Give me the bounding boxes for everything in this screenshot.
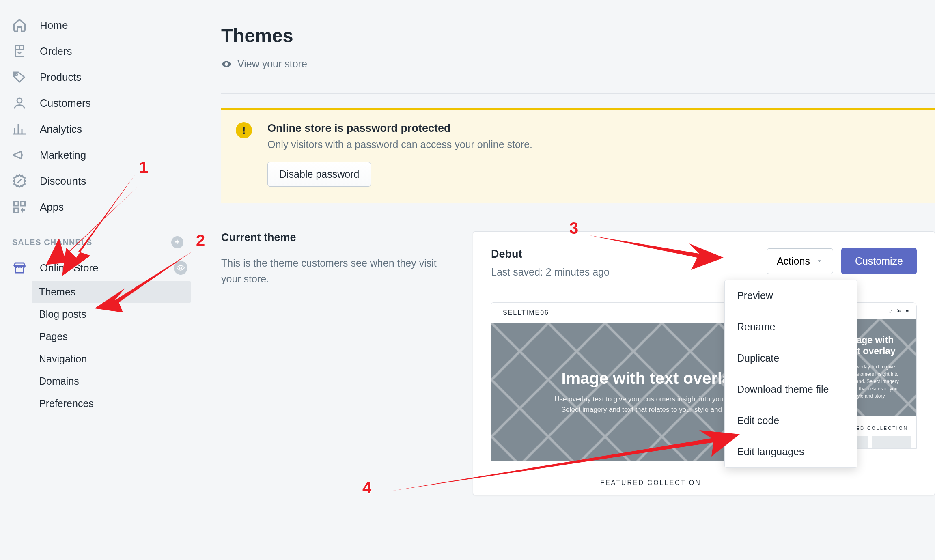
dropdown-preview[interactable]: Preview	[725, 280, 857, 311]
svg-point-1	[17, 98, 22, 103]
mobile-header-icons: ⌕ 🛍 ≡	[889, 308, 910, 314]
nav-orders[interactable]: Orders	[0, 38, 196, 64]
dropdown-rename[interactable]: Rename	[725, 311, 857, 342]
divider	[221, 93, 935, 94]
dropdown-edit-languages[interactable]: Edit languages	[725, 436, 857, 467]
store-icon	[12, 261, 27, 275]
analytics-icon	[12, 122, 27, 136]
nav-online-store[interactable]: Online Store	[0, 255, 196, 281]
password-alert: ! Online store is password protected Onl…	[221, 108, 935, 203]
preview-store-name: SELLTIME06	[503, 309, 549, 317]
theme-name: Debut	[491, 248, 610, 261]
add-channel-button[interactable]: +	[171, 236, 183, 248]
view-your-store-link[interactable]: View your store	[221, 58, 935, 70]
svg-rect-3	[21, 202, 25, 206]
dropdown-duplicate[interactable]: Duplicate	[725, 342, 857, 374]
sales-channels-header: SALES CHANNELS +	[0, 220, 196, 255]
page-title: Themes	[221, 24, 935, 47]
actions-dropdown: Preview Rename Duplicate Download theme …	[724, 280, 857, 468]
online-store-subnav: Themes Blog posts Pages Navigation Domai…	[0, 281, 196, 415]
home-icon	[12, 18, 27, 32]
nav-products[interactable]: Products	[0, 64, 196, 90]
preview-hero-sub1: Use overlay text to give your customers …	[554, 394, 747, 405]
svg-point-0	[15, 74, 17, 76]
subnav-domains[interactable]: Domains	[27, 370, 196, 392]
svg-rect-4	[14, 208, 19, 213]
preview-hero-title: Image with text overlay	[561, 369, 740, 388]
current-theme-desc: This is the theme customers see when the…	[221, 255, 440, 287]
theme-last-saved: Last saved: 2 minutes ago	[491, 266, 610, 278]
theme-card: Debut Last saved: 2 minutes ago Actions …	[473, 231, 935, 495]
caret-down-icon	[816, 255, 823, 267]
megaphone-icon	[12, 148, 27, 162]
svg-rect-2	[14, 202, 19, 206]
customize-button[interactable]: Customize	[841, 248, 917, 274]
alert-title: Online store is password protected	[267, 122, 532, 135]
tag-icon	[12, 70, 27, 84]
nav-customers[interactable]: Customers	[0, 90, 196, 116]
nav-home[interactable]: Home	[0, 12, 196, 38]
subnav-themes[interactable]: Themes	[32, 281, 191, 303]
nav-analytics[interactable]: Analytics	[0, 116, 196, 142]
main-content: Themes View your store ! Online store is…	[196, 0, 935, 560]
subnav-preferences[interactable]: Preferences	[27, 392, 196, 415]
view-store-icon[interactable]	[174, 261, 187, 275]
annotation-2: 2	[196, 231, 205, 250]
alert-text: Only visitors with a password can access…	[267, 139, 532, 151]
nav-label: Customers	[40, 97, 91, 110]
nav-label: Apps	[40, 201, 64, 213]
disable-password-button[interactable]: Disable password	[267, 162, 371, 187]
section-label: SALES CHANNELS	[12, 238, 92, 247]
dropdown-download[interactable]: Download theme file	[725, 374, 857, 405]
subnav-navigation[interactable]: Navigation	[27, 348, 196, 370]
nav-label: Online Store	[40, 262, 99, 274]
discount-icon	[12, 174, 27, 188]
nav-label: Orders	[40, 45, 72, 58]
customer-icon	[12, 96, 27, 110]
current-theme-title: Current theme	[221, 231, 440, 244]
eye-icon	[221, 59, 232, 69]
svg-point-5	[180, 267, 182, 269]
sidebar: Home Orders Products Customers Analytics	[0, 0, 196, 560]
nav-apps[interactable]: Apps	[0, 194, 196, 220]
nav-marketing[interactable]: Marketing	[0, 142, 196, 168]
dropdown-edit-code[interactable]: Edit code	[725, 405, 857, 436]
subnav-pages[interactable]: Pages	[27, 325, 196, 348]
nav-label: Products	[40, 71, 82, 84]
nav-label: Analytics	[40, 123, 82, 136]
preview-hero-sub2: Select imagery and text that relates to …	[561, 405, 740, 415]
nav-discounts[interactable]: Discounts	[0, 168, 196, 194]
nav-label: Home	[40, 19, 68, 32]
nav-label: Marketing	[40, 149, 86, 162]
subnav-blog-posts[interactable]: Blog posts	[27, 303, 196, 325]
view-store-label: View your store	[237, 58, 307, 70]
nav-label: Discounts	[40, 175, 86, 187]
orders-icon	[12, 44, 27, 58]
actions-label: Actions	[777, 255, 810, 267]
apps-icon	[12, 200, 27, 214]
warning-icon: !	[236, 122, 252, 138]
actions-button[interactable]: Actions	[767, 248, 833, 274]
